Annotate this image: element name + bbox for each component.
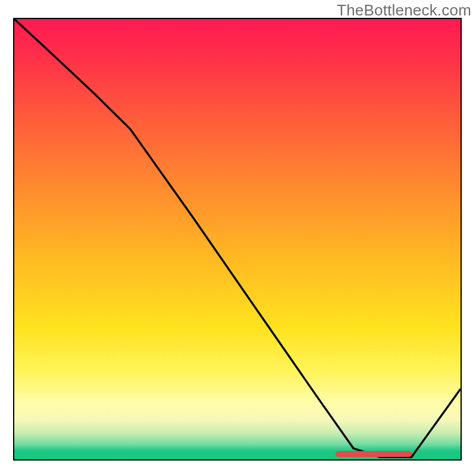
plot-area [13,18,462,461]
watermark-text: TheBottleneck.com [337,1,471,20]
chart-container: TheBottleneck.com [0,0,476,476]
gradient-background [14,19,461,459]
optimal-range-marker [336,451,412,457]
